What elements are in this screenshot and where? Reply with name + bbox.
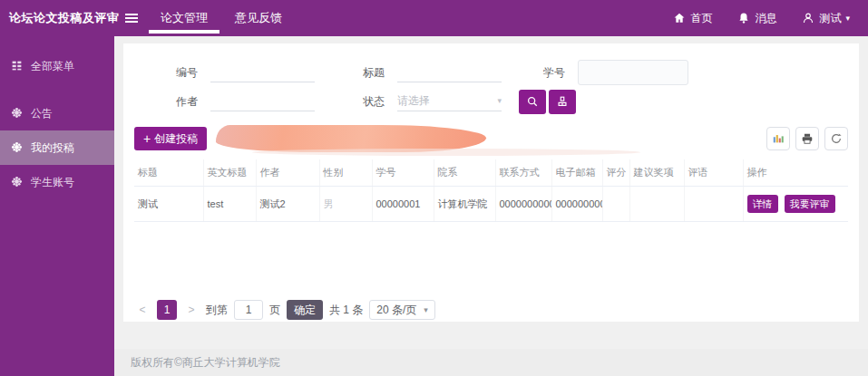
refresh-button[interactable] [824,127,848,150]
print-button[interactable] [795,127,819,150]
sidebar-item-announcements[interactable]: 公告 [0,96,114,130]
number-input[interactable] [210,63,315,82]
create-submission-button[interactable]: + 创建投稿 [134,127,207,150]
student-id-input[interactable] [578,60,688,85]
jump-prefix-label: 到第 [206,303,228,318]
bell-icon [737,12,750,24]
title-input[interactable] [397,63,502,82]
cell-department: 计算机学院 [434,187,495,222]
field-status: 状态 请选择 ▾ [363,92,502,111]
sidebar-item-my-submissions[interactable]: 我的投稿 [0,130,114,165]
cell-english-title: test [203,187,256,222]
grid-icon [11,60,24,72]
gear-icon [11,107,24,120]
col-english-title: 英文标题 [203,159,256,187]
user-icon [802,12,814,24]
hamburger-icon [125,14,138,23]
col-author: 作者 [256,159,319,187]
next-page-button[interactable]: > [183,304,200,316]
page-number-button[interactable]: 1 [157,300,177,320]
top-tabs: 论文管理 意见反馈 [147,0,296,36]
page-size-select[interactable]: 20 条/页 ▾ [369,300,435,320]
footer: 版权所有©商丘大学计算机学院 [114,349,868,376]
sidebar-item-student-accounts[interactable]: 学生账号 [0,165,114,199]
tab-paper-management[interactable]: 论文管理 [147,0,221,36]
col-actions: 操作 [743,159,848,187]
copyright-text: 版权所有©商丘大学计算机学院 [131,355,280,371]
col-email: 电子邮箱 [551,159,602,187]
status-select-value: 请选择 [397,93,430,109]
column-settings-button[interactable] [766,127,790,150]
cell-comments [684,187,743,222]
sidebar-item-label: 我的投稿 [31,140,74,156]
field-author: 作者 [176,92,363,111]
cell-suggested-award [629,187,684,222]
author-input[interactable] [210,92,315,111]
col-department: 院系 [434,159,495,187]
title-label: 标题 [363,65,390,81]
sidebar-item-label: 公告 [31,106,53,121]
tab-feedback[interactable]: 意见反馈 [221,0,296,36]
pagination: < 1 > 到第 页 确定 共 1 条 20 条/页 ▾ [134,300,848,320]
col-score: 评分 [602,159,629,187]
create-submission-label: 创建投稿 [154,131,198,147]
menu-toggle-button[interactable] [116,0,147,36]
sidebar: 全部菜单 公告 我的投稿 学生账号 [0,36,114,376]
cell-contact: 00000000001 [495,187,551,222]
app-title: 论坛论文投稿及评审 [0,0,116,36]
col-contact: 联系方式 [495,159,551,187]
search-button[interactable] [519,90,546,114]
cell-title: 测试 [134,187,203,222]
messages-link[interactable]: 消息 [737,11,776,26]
home-link[interactable]: 首页 [673,11,712,26]
sidebar-item-label: 全部菜单 [31,59,74,74]
username-label: 测试 [819,11,841,26]
sidebar-item-label: 学生账号 [31,175,74,190]
plus-icon: + [143,132,151,145]
table-tools [766,127,848,150]
status-label: 状态 [363,94,390,110]
print-icon [801,132,814,145]
cell-score [602,187,629,222]
chevron-down-icon: ▾ [497,97,502,105]
submissions-table: 标题 英文标题 作者 性别 学号 院系 联系方式 电子邮箱 评分 建议奖项 评语… [134,159,848,222]
home-label: 首页 [690,11,712,26]
topbar: 论坛论文投稿及评审 论文管理 意见反馈 首页 消息 [0,0,868,36]
search-icon [526,95,539,108]
cell-author: 测试2 [256,187,319,222]
table-row: 测试 test 测试2 男 00000001 计算机学院 00000000001… [134,187,848,222]
main-area: 编号 标题 学号 作者 [114,36,868,376]
jump-suffix-label: 页 [269,303,280,318]
author-label: 作者 [176,94,203,110]
col-suggested-award: 建议奖项 [629,159,684,187]
clear-icon [556,95,569,108]
gear-icon [11,141,24,154]
content-card: 编号 标题 学号 作者 [123,43,859,322]
col-comments: 评语 [684,159,743,187]
chevron-down-icon: ▾ [424,306,428,314]
page-size-value: 20 条/页 [376,303,416,318]
cell-student-id: 00000001 [372,187,434,222]
clear-button[interactable] [549,90,576,114]
student-id-label: 学号 [543,65,571,81]
review-button[interactable]: 我要评审 [785,195,835,213]
confirm-button[interactable]: 确定 [287,300,323,320]
app-window: 论坛论文投稿及评审 论文管理 意见反馈 首页 消息 [0,0,868,376]
home-icon [673,12,686,24]
sidebar-item-all-menus[interactable]: 全部菜单 [0,49,114,83]
refresh-icon [830,132,843,145]
topbar-actions: 首页 消息 测试 ▾ [673,0,868,36]
col-gender: 性别 [319,159,372,187]
status-select[interactable]: 请选择 ▾ [397,92,502,111]
cell-actions: 详情 我要评审 [743,187,848,222]
chevron-down-icon: ▾ [845,14,850,23]
prev-page-button[interactable]: < [134,304,151,316]
redacted-blob [216,125,486,152]
cell-email: 00000000000... [551,187,602,222]
field-student-id: 学号 [543,60,688,85]
details-button[interactable]: 详情 [747,195,778,213]
table-toolbar: + 创建投稿 [134,123,848,154]
col-student-id: 学号 [372,159,434,187]
jump-page-input[interactable] [234,300,263,320]
user-menu[interactable]: 测试 ▾ [802,11,850,26]
